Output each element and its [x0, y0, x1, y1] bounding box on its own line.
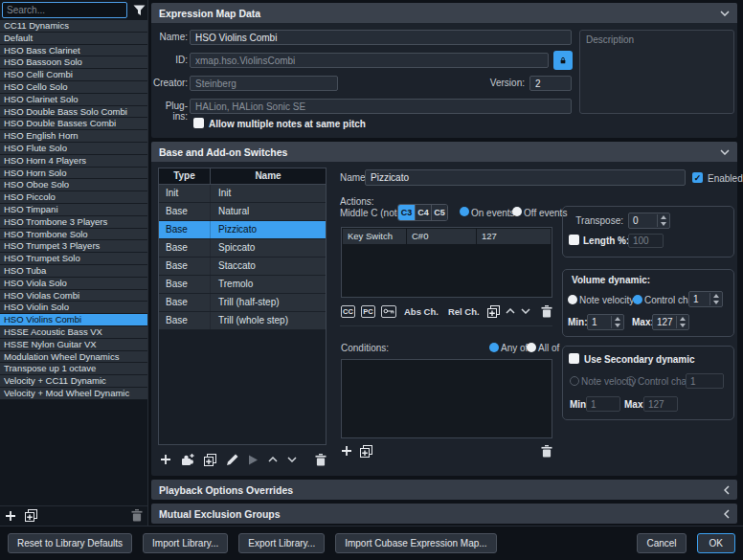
audition-button[interactable] — [248, 455, 259, 465]
off-events-radio[interactable] — [512, 207, 522, 216]
list-item[interactable]: HSO Cello Solo — [0, 81, 147, 94]
note-velocity-radio[interactable] — [568, 295, 577, 304]
import-library-button[interactable]: Import Library... — [143, 533, 228, 553]
list-item[interactable]: Velocity + CC11 Dynamic — [0, 375, 147, 388]
duplicate-switch-button[interactable] — [204, 454, 216, 466]
secondary-control-change-field[interactable]: 1 — [686, 373, 724, 389]
list-item[interactable]: HSO Horn Solo — [0, 168, 147, 180]
max-stepper[interactable]: 127 — [652, 314, 689, 330]
octave-c4-button[interactable]: C4 — [415, 205, 431, 220]
table-row[interactable]: BaseSpiccato — [159, 239, 326, 258]
min-stepper[interactable]: 1 — [587, 314, 624, 330]
description-field[interactable] — [579, 30, 734, 114]
reset-to-library-defaults-button[interactable]: Reset to Library Defaults — [8, 533, 132, 553]
version-field[interactable] — [529, 76, 572, 91]
allow-multiple-checkbox[interactable] — [193, 118, 204, 128]
list-item[interactable]: HSO Violas Combi — [0, 290, 147, 302]
secondary-min-field[interactable]: 1 — [586, 396, 620, 412]
list-item[interactable]: HSSE Acoustic Bass VX — [0, 326, 147, 339]
ok-button[interactable]: OK — [697, 533, 735, 553]
move-up-button[interactable] — [268, 457, 278, 462]
list-item[interactable]: HSO Trumpet 3 Players — [0, 240, 147, 253]
action-row[interactable]: Key SwitchC#0127 — [343, 229, 551, 244]
duplicate-condition-button[interactable] — [360, 445, 372, 458]
control-change-stepper[interactable]: 1 — [688, 291, 723, 307]
duplicate-action-button[interactable] — [487, 305, 500, 318]
abs-ch-button[interactable]: Abs Ch. — [402, 306, 440, 317]
control-change-radio[interactable] — [633, 295, 642, 304]
plugins-field[interactable] — [190, 99, 572, 114]
step-down-button[interactable] — [677, 323, 687, 329]
table-row[interactable]: BaseTrill (whole step) — [159, 312, 326, 330]
filter-button[interactable] — [130, 2, 147, 18]
list-item[interactable]: HSO Celli Combi — [0, 69, 147, 81]
on-events-radio[interactable] — [460, 207, 469, 216]
duplicate-map-button[interactable] — [25, 509, 37, 522]
action-move-down-button[interactable] — [521, 308, 530, 314]
keyswitch-button[interactable] — [381, 305, 396, 318]
table-row[interactable]: InitInit — [159, 185, 326, 203]
list-item[interactable]: HSO Trombone 3 Players — [0, 216, 147, 229]
import-cubase-expression-map-button[interactable]: Import Cubase Expression Map... — [335, 533, 496, 553]
list-item[interactable]: HSO Flute Solo — [0, 143, 147, 155]
secondary-control-change-radio[interactable] — [626, 376, 636, 386]
list-item[interactable]: HSSE Nylon Guitar VX — [0, 339, 147, 351]
secondary-max-field[interactable]: 127 — [643, 396, 678, 412]
table-row[interactable]: BaseNatural — [159, 203, 326, 221]
length-field[interactable]: 100 — [628, 234, 664, 248]
step-down-button[interactable] — [612, 323, 622, 329]
delete-action-button[interactable] — [541, 305, 552, 318]
map-id-field[interactable] — [190, 53, 549, 68]
search-input[interactable] — [2, 2, 127, 18]
list-item[interactable]: HSO Tuba — [0, 265, 147, 278]
list-item[interactable]: HSO Violins Combi — [0, 314, 147, 326]
add-map-button[interactable] — [5, 510, 16, 522]
switch-name-field[interactable] — [365, 169, 686, 186]
mutual-exclusion-groups-bar[interactable]: Mutual Exclusion Groups — [151, 504, 737, 524]
list-item[interactable]: Modulation Wheel Dynamics — [0, 351, 147, 364]
list-item[interactable]: HSO Trombone Solo — [0, 229, 147, 241]
list-item[interactable]: HSO Trumpet Solo — [0, 253, 147, 265]
any-of-radio[interactable] — [489, 343, 499, 352]
delete-map-button[interactable] — [131, 509, 143, 522]
list-item[interactable]: HSO Timpani — [0, 204, 147, 216]
delete-switch-button[interactable] — [315, 454, 326, 466]
expression-map-data-header[interactable]: Expression Map Data — [151, 3, 737, 23]
pc-button[interactable]: PC — [361, 305, 375, 318]
switches-header[interactable]: Base and Add-on Switches — [151, 142, 737, 162]
transpose-stepper[interactable]: 0 — [628, 213, 670, 229]
list-item[interactable]: Transpose up 1 octave — [0, 363, 147, 375]
list-item[interactable]: Velocity + Mod Wheel Dynamic — [0, 388, 147, 400]
add-switch-button[interactable] — [160, 454, 171, 465]
enabled-checkbox[interactable]: ✓ — [692, 172, 703, 183]
list-item[interactable]: HSO Viola Solo — [0, 278, 147, 290]
table-row[interactable]: BaseTrill (half-step) — [159, 294, 326, 312]
list-item[interactable]: HSO Clarinet Solo — [0, 94, 147, 106]
table-row[interactable]: BaseTremolo — [159, 276, 326, 294]
list-item[interactable]: HSO Oboe Solo — [0, 179, 147, 191]
list-item[interactable]: HSO Violin Solo — [0, 302, 147, 314]
export-library-button[interactable]: Export Library... — [238, 533, 325, 553]
list-item[interactable]: CC11 Dynamics — [0, 20, 147, 33]
delete-condition-button[interactable] — [541, 445, 552, 458]
move-down-button[interactable] — [287, 457, 297, 462]
table-row[interactable]: BasePizzicato — [159, 221, 326, 239]
list-item[interactable]: Default — [0, 33, 147, 45]
list-item[interactable]: HSO Horn 4 Players — [0, 155, 147, 168]
octave-c5-button[interactable]: C5 — [431, 205, 447, 220]
creator-field[interactable] — [190, 76, 338, 91]
list-item[interactable]: HSO Piccolo — [0, 191, 147, 204]
cc-button[interactable]: CC — [341, 305, 355, 318]
step-down-button[interactable] — [710, 300, 721, 306]
secondary-note-velocity-radio[interactable] — [570, 376, 579, 386]
use-secondary-dynamic-checkbox[interactable] — [569, 353, 579, 364]
list-item[interactable]: HSO Double Bass Solo Combi — [0, 106, 147, 119]
edit-switch-button[interactable] — [226, 454, 238, 466]
all-of-radio[interactable] — [527, 343, 536, 352]
list-item[interactable]: HSO Bass Clarinet — [0, 45, 147, 57]
map-name-field[interactable] — [190, 30, 572, 45]
octave-c3-button[interactable]: C3 — [398, 205, 415, 220]
add-condition-button[interactable] — [341, 445, 352, 457]
action-move-up-button[interactable] — [506, 308, 515, 314]
length-checkbox[interactable] — [569, 235, 579, 245]
